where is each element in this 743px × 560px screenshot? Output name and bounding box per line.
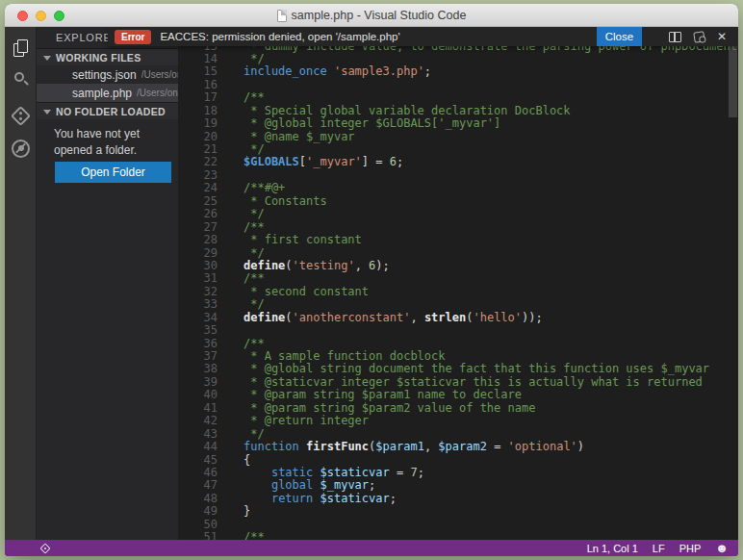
error-notification-bar: Error EACCES: permission denied, open '/… bbox=[108, 27, 738, 46]
code-line: define('anotherconstant', strlen('hello'… bbox=[243, 312, 738, 324]
code-line: * @global string document the fact that … bbox=[243, 363, 738, 375]
code-line: /**#@+ bbox=[243, 182, 738, 194]
code-line: { bbox=[243, 454, 738, 467]
line-number: 33 bbox=[178, 298, 218, 311]
code-line: static $staticvar = 7; bbox=[243, 467, 738, 479]
line-number: 28 bbox=[178, 234, 218, 246]
code-line bbox=[243, 324, 738, 337]
files-icon bbox=[13, 39, 28, 57]
code-line: */ bbox=[243, 143, 738, 156]
line-number: 17 bbox=[178, 91, 218, 104]
document-icon bbox=[277, 10, 287, 22]
line-number: 48 bbox=[178, 493, 218, 505]
sidebar-explorer: EXPLORE WORKING FILES settings.json /Use… bbox=[37, 27, 178, 540]
line-number: 45 bbox=[178, 454, 218, 467]
git-icon bbox=[11, 105, 31, 125]
twistie-icon bbox=[43, 56, 51, 61]
debug-disabled-icon bbox=[12, 140, 30, 158]
open-folder-button[interactable]: Open Folder bbox=[55, 162, 171, 183]
debug-activity-button[interactable] bbox=[5, 135, 37, 162]
code-line: } bbox=[243, 505, 738, 518]
line-number-gutter: 1314151617181920212223242526272829303132… bbox=[178, 40, 218, 541]
git-status-icon[interactable] bbox=[39, 543, 50, 553]
line-number: 24 bbox=[178, 182, 218, 194]
line-number: 30 bbox=[178, 260, 218, 272]
code-line: * Special global variable declaration Do… bbox=[243, 105, 738, 117]
git-activity-button[interactable] bbox=[5, 102, 37, 129]
code-line: /** bbox=[243, 531, 738, 540]
error-message: EACCES: permission denied, open '/sample… bbox=[160, 31, 596, 42]
line-number: 18 bbox=[178, 105, 218, 117]
file-row-settings-json[interactable]: settings.json /Users/ontecnia... bbox=[37, 65, 178, 84]
search-icon bbox=[13, 71, 30, 89]
line-number: 25 bbox=[178, 195, 218, 208]
feedback-smiley-icon[interactable]: ☻ bbox=[715, 542, 729, 554]
code-line: * @staticvar integer $staticvar this is … bbox=[243, 376, 738, 389]
cursor-position-indicator[interactable]: Ln 1, Col 1 bbox=[587, 543, 638, 554]
code-line: include_once 'sample3.php'; bbox=[243, 65, 738, 78]
explorer-activity-button[interactable] bbox=[5, 35, 37, 62]
code-line: */ bbox=[243, 53, 738, 65]
eol-indicator[interactable]: LF bbox=[653, 543, 665, 554]
vertical-scrollbar[interactable] bbox=[729, 46, 737, 117]
code-line: /** bbox=[243, 221, 738, 234]
working-files-header[interactable]: WORKING FILES bbox=[37, 48, 178, 65]
code-line: global $_myvar; bbox=[243, 479, 738, 492]
file-row-sample-php[interactable]: sample.php /Users/ontecnia/... bbox=[37, 84, 178, 102]
code-line: */ bbox=[243, 428, 738, 441]
code-line: * @param string $param1 name to declare bbox=[243, 389, 738, 401]
code-line: * @return integer bbox=[243, 415, 738, 427]
line-number: 34 bbox=[178, 312, 218, 324]
line-number: 29 bbox=[178, 247, 218, 260]
line-number: 20 bbox=[178, 131, 218, 143]
code-content: * dummy include value, to demonstrate th… bbox=[243, 40, 738, 541]
language-mode-indicator[interactable]: PHP bbox=[679, 543, 702, 554]
code-line: * @name $_myvar bbox=[243, 131, 738, 143]
code-line: $GLOBALS['_myvar'] = 6; bbox=[243, 156, 738, 168]
code-line: function firstFunc($param1, $param2 = 'o… bbox=[243, 441, 738, 453]
error-badge: Error bbox=[115, 30, 151, 44]
window-title: sample.php - Visual Studio Code bbox=[292, 9, 467, 22]
sidebar-title: EXPLORE bbox=[56, 32, 112, 43]
line-number: 32 bbox=[178, 286, 218, 298]
line-number: 27 bbox=[178, 221, 218, 234]
no-folder-header[interactable]: NO FOLDER LOADED bbox=[37, 102, 178, 119]
line-number: 43 bbox=[178, 428, 218, 441]
line-number: 16 bbox=[178, 79, 218, 91]
code-line: */ bbox=[243, 298, 738, 311]
code-line: define('testing', 6); bbox=[243, 260, 738, 272]
line-number: 26 bbox=[178, 208, 218, 220]
line-number: 35 bbox=[178, 324, 218, 337]
vscode-window: sample.php - Visual Studio Code EXPLORE bbox=[5, 4, 738, 556]
line-number: 23 bbox=[178, 169, 218, 182]
split-editor-icon[interactable] bbox=[669, 32, 681, 42]
code-line bbox=[243, 169, 738, 182]
code-line: * Constants bbox=[243, 195, 738, 208]
line-number: 21 bbox=[178, 143, 218, 156]
line-number: 41 bbox=[178, 402, 218, 415]
code-line bbox=[243, 519, 738, 531]
code-editor[interactable]: 1314151617181920212223242526272829303132… bbox=[178, 27, 738, 540]
line-number: 15 bbox=[178, 65, 218, 78]
line-number: 22 bbox=[178, 156, 218, 168]
notification-close-button[interactable]: Close bbox=[597, 27, 642, 46]
code-line: /** bbox=[243, 272, 738, 285]
window-titlebar[interactable]: sample.php - Visual Studio Code bbox=[5, 4, 738, 27]
code-line: */ bbox=[243, 247, 738, 260]
code-line: /** bbox=[243, 338, 738, 350]
close-editor-icon[interactable]: ✕ bbox=[717, 31, 727, 42]
code-line: * second constant bbox=[243, 286, 738, 298]
search-activity-button[interactable] bbox=[5, 66, 37, 93]
status-bar: Ln 1, Col 1 LF PHP ☻ bbox=[5, 540, 738, 556]
line-number: 42 bbox=[178, 415, 218, 427]
line-number: 38 bbox=[178, 363, 218, 375]
line-number: 51 bbox=[178, 531, 218, 540]
line-number: 31 bbox=[178, 272, 218, 285]
activity-bar bbox=[5, 27, 37, 540]
line-number: 46 bbox=[178, 467, 218, 479]
preview-icon[interactable] bbox=[693, 31, 705, 42]
code-line: * first constant bbox=[243, 234, 738, 246]
line-number: 37 bbox=[178, 350, 218, 363]
code-line bbox=[243, 79, 738, 91]
line-number: 14 bbox=[178, 53, 218, 65]
